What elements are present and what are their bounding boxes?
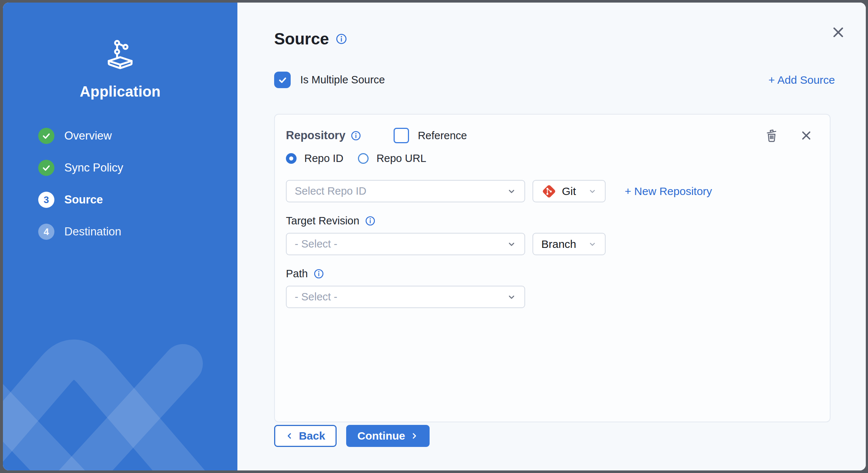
source-step-panel: Source Is Multiple Source + Add Source (237, 3, 866, 470)
git-icon (541, 184, 557, 199)
repository-card: Repository Reference (274, 114, 831, 422)
reference-checkbox[interactable] (394, 128, 409, 143)
revision-type-select[interactable]: Branch (532, 233, 606, 255)
repo-type-select[interactable]: Git (532, 180, 606, 202)
new-repository-link[interactable]: + New Repository (625, 185, 712, 198)
application-logo-icon (101, 39, 140, 70)
step-label: Sync Policy (64, 161, 123, 174)
chevron-down-icon (507, 292, 516, 302)
info-icon[interactable] (313, 268, 324, 279)
step-number-badge: 3 (38, 192, 54, 208)
info-icon[interactable] (351, 130, 361, 141)
dimmed-backdrop: Application Overview Sync Policy (0, 0, 868, 473)
chevron-left-icon (286, 432, 294, 440)
is-multiple-source-label: Is Multiple Source (300, 74, 385, 86)
reference-label: Reference (418, 130, 467, 142)
wizard-title: Application (80, 83, 161, 100)
add-source-link[interactable]: + Add Source (768, 74, 835, 86)
chevron-down-icon (507, 187, 516, 196)
target-revision-placeholder: - Select - (295, 238, 337, 250)
step-label: Source (64, 193, 103, 206)
chevron-down-icon (588, 187, 597, 196)
step-destination[interactable]: 4 Destination (38, 224, 237, 240)
revision-type-value: Branch (541, 238, 576, 250)
info-icon[interactable] (336, 33, 347, 45)
repository-card-title: Repository (286, 129, 345, 142)
repo-url-radio-label: Repo URL (376, 152, 426, 165)
target-revision-select[interactable]: - Select - (286, 233, 525, 255)
chevron-right-icon (410, 432, 418, 440)
repo-id-select[interactable]: Select Repo ID (286, 180, 525, 202)
is-multiple-source-checkbox[interactable] (274, 72, 291, 88)
continue-button-label: Continue (358, 430, 405, 442)
step-source[interactable]: 3 Source (38, 192, 237, 208)
info-icon[interactable] (365, 216, 376, 226)
step-done-check-icon (38, 128, 54, 144)
target-revision-label: Target Revision (286, 215, 359, 227)
brand-watermark (3, 243, 237, 470)
repo-id-radio[interactable] (286, 153, 297, 164)
remove-source-close-icon[interactable] (800, 130, 812, 141)
path-label: Path (286, 268, 308, 280)
back-button-label: Back (299, 430, 325, 442)
repo-id-radio-label: Repo ID (304, 152, 343, 165)
repo-type-value: Git (562, 185, 576, 198)
step-done-check-icon (38, 160, 54, 176)
continue-button[interactable]: Continue (346, 425, 430, 447)
step-number-badge: 4 (38, 224, 54, 240)
chevron-down-icon (507, 239, 516, 249)
delete-source-trash-icon[interactable] (764, 128, 779, 143)
repo-id-select-placeholder: Select Repo ID (295, 185, 366, 197)
page-title: Source (274, 30, 329, 48)
path-placeholder: - Select - (295, 291, 337, 303)
chevron-down-icon (588, 240, 597, 249)
step-sync-policy[interactable]: Sync Policy (38, 160, 237, 176)
wizard-steps: Overview Sync Policy 3 Source 4 D (3, 128, 237, 240)
back-button[interactable]: Back (274, 425, 337, 447)
wizard-sidebar: Application Overview Sync Policy (3, 3, 237, 470)
path-select[interactable]: - Select - (286, 286, 525, 308)
step-overview[interactable]: Overview (38, 128, 237, 144)
close-modal-icon[interactable] (831, 25, 845, 39)
repo-url-radio[interactable] (358, 153, 369, 164)
step-label: Destination (64, 225, 121, 238)
step-label: Overview (64, 129, 112, 142)
application-wizard-modal: Application Overview Sync Policy (3, 3, 866, 470)
